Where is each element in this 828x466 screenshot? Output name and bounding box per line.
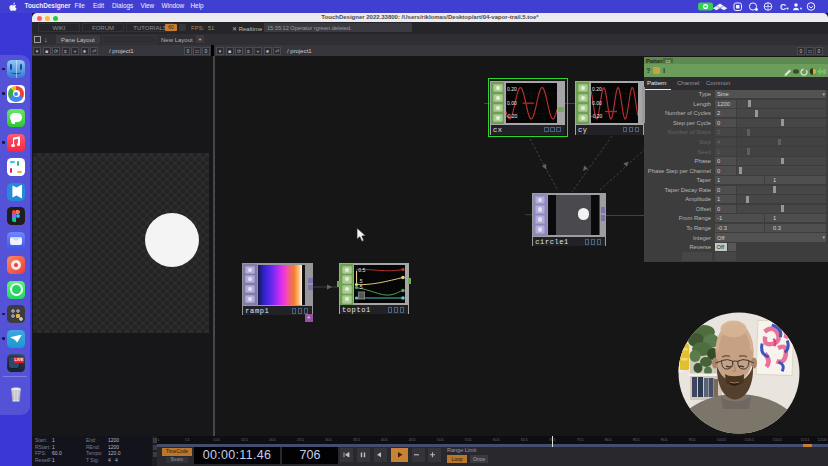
svg-text:C: C [780, 2, 786, 11]
